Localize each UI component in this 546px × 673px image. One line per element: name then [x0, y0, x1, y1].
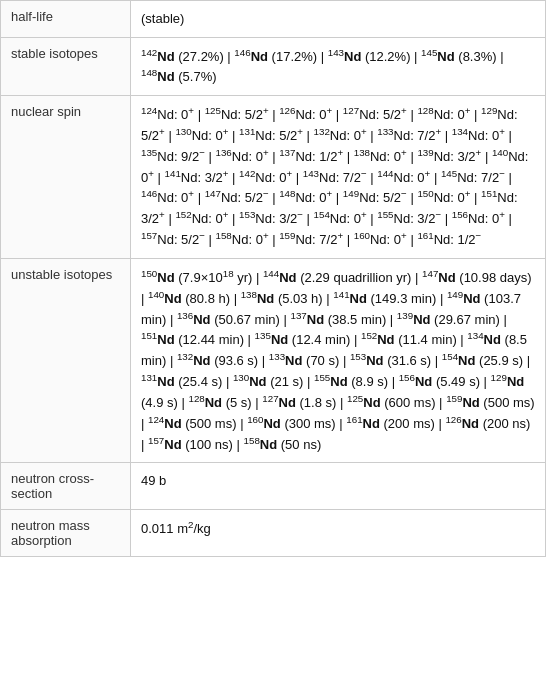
property-label: half-life: [1, 1, 131, 38]
table-row: half-life(stable): [1, 1, 546, 38]
property-value: (stable): [131, 1, 546, 38]
property-table: half-life(stable)stable isotopes142Nd (2…: [0, 0, 546, 557]
table-row: neutron cross-section49 b: [1, 463, 546, 510]
property-value: 150Nd (7.9×1018 yr) | 144Nd (2.29 quadri…: [131, 258, 546, 462]
property-value: 124Nd: 0+ | 125Nd: 5/2+ | 126Nd: 0+ | 12…: [131, 96, 546, 259]
property-label: unstable isotopes: [1, 258, 131, 462]
property-value: 0.011 m2/kg: [131, 510, 546, 557]
property-label: neutron cross-section: [1, 463, 131, 510]
property-value: 142Nd (27.2%) | 146Nd (17.2%) | 143Nd (1…: [131, 37, 546, 96]
table-row: stable isotopes142Nd (27.2%) | 146Nd (17…: [1, 37, 546, 96]
property-label: stable isotopes: [1, 37, 131, 96]
table-row: nuclear spin124Nd: 0+ | 125Nd: 5/2+ | 12…: [1, 96, 546, 259]
property-label: neutron mass absorption: [1, 510, 131, 557]
property-label: nuclear spin: [1, 96, 131, 259]
property-value: 49 b: [131, 463, 546, 510]
table-row: neutron mass absorption0.011 m2/kg: [1, 510, 546, 557]
table-row: unstable isotopes150Nd (7.9×1018 yr) | 1…: [1, 258, 546, 462]
